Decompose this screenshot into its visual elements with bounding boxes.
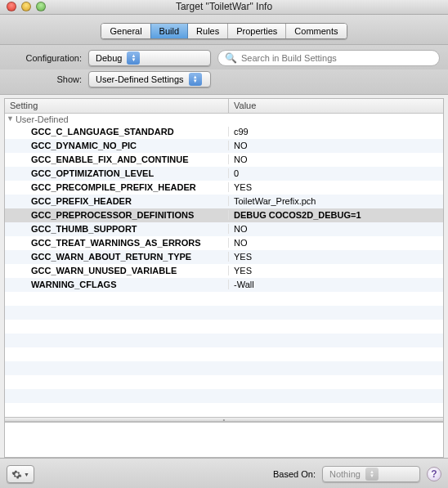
setting-value: -Wall bbox=[229, 280, 443, 289]
setting-value: c99 bbox=[229, 127, 443, 137]
table-row[interactable]: GCC_THUMB_SUPPORTNO bbox=[5, 222, 443, 236]
empty-row bbox=[5, 320, 443, 334]
based-on-value: Nothing bbox=[329, 469, 361, 479]
setting-name: GCC_THUMB_SUPPORT bbox=[5, 224, 229, 234]
setting-value: NO bbox=[229, 154, 443, 164]
chevron-updown-icon: ▲▼ bbox=[127, 51, 140, 65]
empty-row bbox=[5, 334, 443, 347]
setting-value: YES bbox=[229, 182, 443, 192]
setting-name: GCC_PREPROCESSOR_DEFINITIONS bbox=[5, 210, 229, 220]
gear-icon bbox=[11, 469, 22, 480]
tab-general[interactable]: General bbox=[101, 24, 150, 38]
configuration-label: Configuration: bbox=[8, 53, 82, 63]
show-popup[interactable]: User-Defined Settings ▲▼ bbox=[88, 71, 211, 87]
setting-name: GCC_WARN_ABOUT_RETURN_TYPE bbox=[5, 252, 229, 262]
show-label: Show: bbox=[8, 74, 82, 84]
table-row[interactable]: GCC_DYNAMIC_NO_PICNO bbox=[5, 139, 443, 153]
group-row[interactable]: ▼ User-Defined bbox=[5, 114, 443, 125]
empty-row bbox=[5, 361, 443, 375]
titlebar: Target "ToiletWar" Info bbox=[0, 0, 448, 15]
show-value: User-Defined Settings bbox=[96, 74, 184, 84]
empty-row bbox=[5, 306, 443, 320]
setting-value: DEBUG COCOS2D_DEBUG=1 bbox=[229, 210, 443, 220]
search-field[interactable]: 🔍 bbox=[217, 50, 440, 66]
setting-name: GCC_OPTIMIZATION_LEVEL bbox=[5, 168, 229, 178]
empty-row bbox=[5, 292, 443, 306]
column-value[interactable]: Value bbox=[229, 99, 443, 113]
disclosure-triangle-icon[interactable]: ▼ bbox=[7, 114, 14, 124]
setting-name: GCC_PREFIX_HEADER bbox=[5, 196, 229, 206]
setting-value: ToiletWar_Prefix.pch bbox=[229, 196, 443, 206]
help-button[interactable]: ? bbox=[427, 467, 441, 481]
chevron-down-icon: ▼ bbox=[24, 472, 29, 477]
setting-value: YES bbox=[229, 252, 443, 262]
tab-bar: GeneralBuildRulesPropertiesComments bbox=[0, 15, 448, 45]
show-row: Show: User-Defined Settings ▲▼ bbox=[0, 69, 448, 95]
zoom-icon[interactable] bbox=[36, 2, 46, 11]
table-row[interactable]: GCC_WARN_UNUSED_VARIABLEYES bbox=[5, 264, 443, 278]
configuration-row: Configuration: Debug ▲▼ 🔍 bbox=[0, 45, 448, 69]
table-row[interactable]: GCC_ENABLE_FIX_AND_CONTINUENO bbox=[5, 153, 443, 167]
tab-properties[interactable]: Properties bbox=[228, 24, 286, 38]
splitter[interactable]: • bbox=[5, 417, 443, 422]
tab-comments[interactable]: Comments bbox=[286, 24, 346, 38]
setting-value: YES bbox=[229, 266, 443, 275]
action-menu-button[interactable]: ▼ bbox=[7, 465, 34, 483]
based-on-label: Based On: bbox=[273, 469, 316, 479]
window-title: Target "ToiletWar" Info bbox=[7, 1, 441, 12]
table-row[interactable]: WARNING_CFLAGS-Wall bbox=[5, 278, 443, 292]
close-icon[interactable] bbox=[7, 2, 16, 11]
based-on-popup[interactable]: Nothing ▲▼ bbox=[322, 466, 420, 482]
setting-name: GCC_ENABLE_FIX_AND_CONTINUE bbox=[5, 154, 229, 164]
table-body[interactable]: ▼ User-Defined GCC_C_LANGUAGE_STANDARDc9… bbox=[5, 114, 443, 417]
table-row[interactable]: GCC_PRECOMPILE_PREFIX_HEADERYES bbox=[5, 181, 443, 195]
minimize-icon[interactable] bbox=[21, 2, 31, 11]
setting-name: GCC_TREAT_WARNINGS_AS_ERRORS bbox=[5, 238, 229, 248]
setting-name: GCC_DYNAMIC_NO_PIC bbox=[5, 141, 229, 150]
search-icon: 🔍 bbox=[225, 52, 237, 64]
setting-value: NO bbox=[229, 224, 443, 234]
chevron-updown-icon: ▲▼ bbox=[365, 468, 379, 481]
empty-row bbox=[5, 347, 443, 361]
setting-value: NO bbox=[229, 238, 443, 248]
table-row[interactable]: GCC_OPTIMIZATION_LEVEL0 bbox=[5, 167, 443, 181]
column-setting[interactable]: Setting bbox=[5, 99, 229, 113]
tabs-segmented-control[interactable]: GeneralBuildRulesPropertiesComments bbox=[101, 23, 347, 39]
empty-row bbox=[5, 403, 443, 417]
empty-row bbox=[5, 389, 443, 403]
search-input[interactable] bbox=[241, 53, 432, 63]
configuration-value: Debug bbox=[96, 53, 122, 63]
footer: ▼ Based On: Nothing ▲▼ ? bbox=[0, 458, 448, 488]
table-row[interactable]: GCC_PREPROCESSOR_DEFINITIONSDEBUG COCOS2… bbox=[5, 208, 443, 222]
chevron-updown-icon: ▲▼ bbox=[189, 73, 202, 86]
setting-value: 0 bbox=[229, 168, 443, 178]
configuration-popup[interactable]: Debug ▲▼ bbox=[88, 50, 211, 66]
settings-table: Setting Value ▼ User-Defined GCC_C_LANGU… bbox=[4, 98, 444, 423]
table-header: Setting Value bbox=[5, 99, 443, 114]
setting-name: GCC_PRECOMPILE_PREFIX_HEADER bbox=[5, 182, 229, 192]
setting-name: GCC_C_LANGUAGE_STANDARD bbox=[5, 127, 229, 137]
detail-pane bbox=[4, 423, 444, 458]
empty-row bbox=[5, 375, 443, 389]
tab-rules[interactable]: Rules bbox=[188, 24, 228, 38]
table-row[interactable]: GCC_C_LANGUAGE_STANDARDc99 bbox=[5, 125, 443, 139]
setting-name: WARNING_CFLAGS bbox=[5, 280, 229, 289]
setting-name: GCC_WARN_UNUSED_VARIABLE bbox=[5, 266, 229, 275]
window-controls bbox=[7, 2, 46, 11]
table-row[interactable]: GCC_PREFIX_HEADERToiletWar_Prefix.pch bbox=[5, 195, 443, 208]
table-row[interactable]: GCC_WARN_ABOUT_RETURN_TYPEYES bbox=[5, 250, 443, 264]
table-row[interactable]: GCC_TREAT_WARNINGS_AS_ERRORSNO bbox=[5, 236, 443, 250]
group-label: User-Defined bbox=[16, 114, 69, 124]
tab-build[interactable]: Build bbox=[150, 24, 188, 38]
setting-value: NO bbox=[229, 141, 443, 150]
